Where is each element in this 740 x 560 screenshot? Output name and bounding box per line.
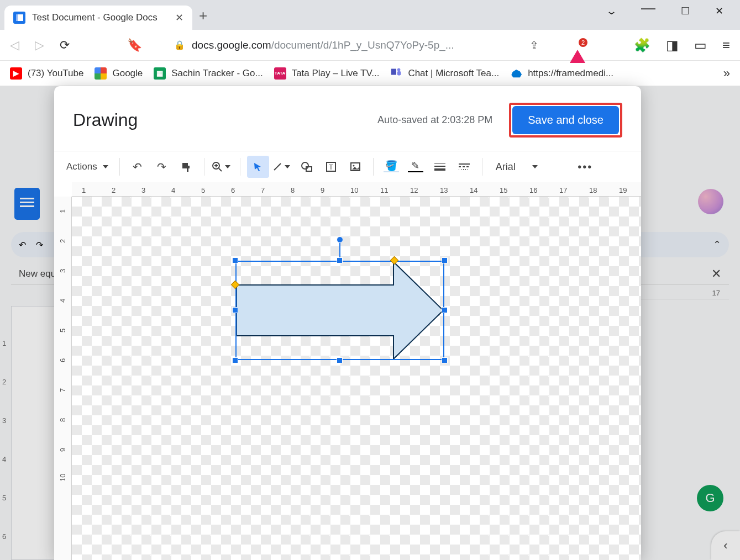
docs-favicon — [13, 12, 25, 24]
ruler-number: 16 — [529, 186, 537, 194]
bookmark-label: Google — [112, 68, 143, 79]
caret-down-icon — [285, 165, 290, 168]
vertical-ruler[interactable]: 12345678910 — [54, 197, 72, 560]
extensions-icon[interactable]: 🧩 — [634, 38, 650, 53]
share-icon[interactable]: ⇪ — [529, 39, 539, 52]
actions-menu[interactable]: Actions — [62, 161, 113, 172]
bookmarks-overflow-icon[interactable]: » — [723, 66, 730, 81]
nav-forward-icon[interactable]: ▷ — [35, 38, 44, 52]
extension-shield-icon[interactable]: 2 — [570, 40, 585, 50]
redo-button[interactable]: ↷ — [151, 156, 173, 178]
lock-icon[interactable]: 🔒 — [174, 40, 185, 50]
ruler-number: 2 — [112, 186, 116, 194]
horizontal-ruler[interactable]: 12345678910111213141516171819 — [72, 182, 641, 197]
border-color-button[interactable]: ✎ — [405, 156, 427, 178]
drawing-canvas-area: 12345678910111213141516171819 1234567891… — [54, 182, 641, 560]
resize-handle-s[interactable] — [337, 357, 343, 363]
shape-tool-button[interactable] — [296, 156, 318, 178]
sheets-icon: ▦ — [154, 67, 166, 80]
caret-down-icon — [532, 165, 538, 168]
caret-down-icon — [225, 165, 230, 168]
actions-label: Actions — [66, 161, 97, 172]
separator — [373, 158, 374, 176]
dialog-title: Drawing — [73, 110, 138, 130]
fill-color-button[interactable]: 🪣 — [380, 156, 402, 178]
font-family-label: Arial — [496, 161, 516, 173]
select-tool-button[interactable] — [247, 156, 269, 178]
new-tab-button[interactable]: + — [199, 7, 207, 30]
ruler-number: 7 — [261, 186, 265, 194]
youtube-icon: ▶ — [10, 67, 22, 80]
bookmark-label: https://framedmedi... — [528, 68, 613, 79]
window-controls: ⌄ — ☐ ✕ — [607, 0, 740, 22]
bookmark-sheets[interactable]: ▦ Sachin Tracker - Go... — [154, 67, 263, 80]
bookmark-label: Tata Play – Live TV... — [292, 68, 380, 79]
wallet-icon[interactable]: ▭ — [694, 38, 707, 53]
svg-text:T: T — [329, 163, 333, 171]
bookmark-onedrive[interactable]: https://framedmedi... — [510, 67, 613, 80]
undo-button[interactable]: ↶ — [127, 156, 149, 178]
svg-point-1 — [397, 68, 401, 71]
sidepanel-icon[interactable]: ◨ — [666, 38, 679, 53]
border-weight-button[interactable] — [429, 156, 451, 178]
drawing-toolbar: Actions ↶ ↷ T 🪣 — [54, 151, 641, 182]
address-bar[interactable]: 🔒 docs.google.com/document/d/1hP_y_UsnQ7… — [174, 34, 514, 56]
bookmark-teams[interactable]: Chat | Microsoft Tea... — [390, 66, 499, 81]
ruler-number: 8 — [59, 418, 67, 422]
maximize-button[interactable]: ☐ — [681, 5, 690, 17]
bookmark-icon[interactable]: 🔖 — [127, 38, 142, 52]
separator — [240, 158, 240, 176]
close-tab-icon[interactable]: ✕ — [175, 12, 183, 24]
teams-icon — [390, 66, 402, 81]
resize-handle-se[interactable] — [442, 357, 448, 363]
bookmark-label: (73) YouTube — [28, 68, 83, 79]
browser-menu-icon[interactable]: ≡ — [722, 38, 730, 53]
rotation-handle[interactable] — [337, 236, 343, 243]
browser-tab[interactable]: Test Document - Google Docs ✕ — [4, 6, 192, 30]
resize-handle-n[interactable] — [337, 257, 343, 263]
image-tool-button[interactable] — [344, 156, 366, 178]
address-row: ◁ ▷ ⟳ 🔖 🔒 docs.google.com/document/d/1hP… — [0, 30, 740, 61]
url-text: docs.google.com/document/d/1hP_y_UsnQ7Yo… — [192, 39, 454, 51]
zoom-button[interactable] — [211, 156, 233, 178]
ruler-number: 9 — [321, 186, 324, 194]
nav-back-icon[interactable]: ◁ — [10, 38, 19, 52]
ruler-number: 3 — [59, 269, 67, 273]
resize-handle-w[interactable] — [232, 307, 238, 313]
ruler-number: 1 — [82, 186, 86, 194]
paint-format-button[interactable] — [175, 156, 197, 178]
tab-search-icon[interactable]: ⌄ — [606, 5, 617, 17]
onedrive-icon — [510, 67, 522, 80]
selected-arrow-shape[interactable] — [235, 261, 444, 360]
bookmark-youtube[interactable]: ▶ (73) YouTube — [10, 67, 83, 80]
save-and-close-label: Save and close — [528, 114, 603, 126]
font-family-select[interactable]: Arial — [496, 161, 568, 173]
bookmark-tataplay[interactable]: TATA Tata Play – Live TV... — [274, 67, 380, 80]
ruler-number: 9 — [59, 448, 67, 452]
caret-down-icon — [103, 165, 108, 168]
minimize-button[interactable]: — — [641, 0, 655, 17]
save-and-close-button[interactable]: Save and close — [512, 106, 619, 134]
drawing-canvas[interactable] — [72, 197, 641, 560]
resize-handle-nw[interactable] — [232, 257, 238, 263]
ruler-number: 3 — [141, 186, 145, 194]
ruler-number: 6 — [231, 186, 235, 194]
textbox-tool-button[interactable]: T — [320, 156, 342, 178]
bookmark-google[interactable]: Google — [95, 67, 143, 80]
svg-line-11 — [274, 163, 281, 170]
resize-handle-ne[interactable] — [442, 257, 448, 263]
shield-badge: 2 — [579, 38, 587, 47]
drawing-dialog: Drawing Auto-saved at 2:03:28 PM Save an… — [54, 86, 641, 560]
reload-icon[interactable]: ⟳ — [60, 38, 70, 52]
more-options-button[interactable]: ••• — [574, 156, 596, 178]
pencil-icon: ✎ — [411, 161, 419, 170]
line-tool-button[interactable] — [271, 156, 293, 178]
svg-line-8 — [219, 168, 222, 171]
ruler-number: 10 — [350, 186, 358, 194]
autosave-status: Auto-saved at 2:03:28 PM — [377, 114, 492, 126]
border-dash-button[interactable] — [453, 156, 475, 178]
resize-handle-e[interactable] — [442, 307, 448, 313]
resize-handle-sw[interactable] — [232, 357, 238, 363]
close-window-button[interactable]: ✕ — [715, 5, 723, 17]
tab-strip: Test Document - Google Docs ✕ + ⌄ — ☐ ✕ — [0, 0, 740, 30]
